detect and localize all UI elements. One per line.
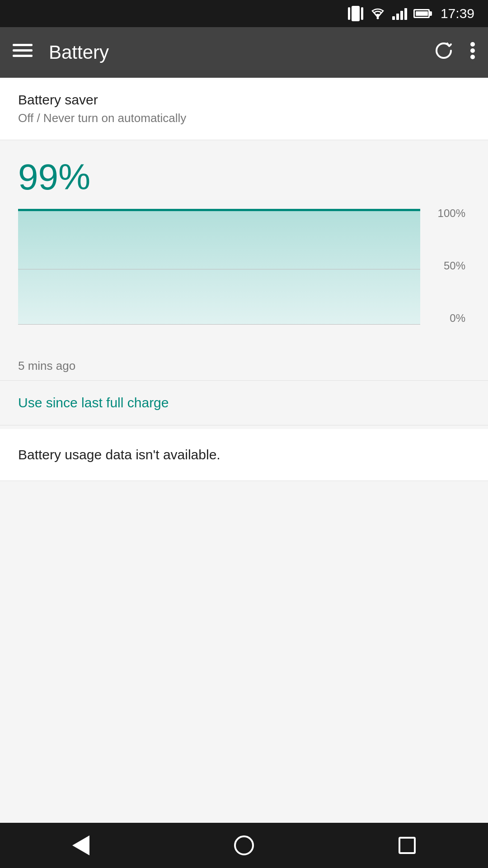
use-since-link[interactable]: Use since last full charge bbox=[18, 395, 169, 410]
svg-point-0 bbox=[376, 17, 379, 19]
more-options-icon[interactable] bbox=[470, 41, 475, 65]
signal-icon bbox=[392, 7, 407, 20]
bottom-divider bbox=[0, 481, 488, 481]
chart-label-100: 100% bbox=[429, 207, 465, 220]
battery-saver-section[interactable]: Battery saver Off / Never turn on automa… bbox=[0, 78, 488, 140]
use-since-section[interactable]: Use since last full charge bbox=[0, 381, 488, 425]
battery-status-icon bbox=[413, 9, 430, 18]
recents-button[interactable] bbox=[399, 837, 416, 854]
svg-point-5 bbox=[470, 48, 475, 53]
chart-fill-area bbox=[18, 209, 420, 325]
section-divider-2 bbox=[0, 425, 488, 425]
svg-point-4 bbox=[470, 42, 475, 47]
back-button[interactable] bbox=[72, 835, 89, 855]
main-content: Battery saver Off / Never turn on automa… bbox=[0, 78, 488, 823]
battery-usage-section: Battery usage data isn't available. bbox=[0, 429, 488, 481]
wifi-icon bbox=[370, 7, 386, 20]
page-title: Battery bbox=[49, 42, 434, 63]
chart-50-line bbox=[18, 269, 420, 269]
chart-y-labels: 100% 50% 0% bbox=[425, 207, 470, 325]
battery-saver-title: Battery saver bbox=[18, 92, 470, 108]
menu-icon[interactable] bbox=[13, 40, 33, 65]
svg-rect-2 bbox=[13, 49, 33, 52]
battery-saver-subtitle: Off / Never turn on automatically bbox=[18, 111, 470, 125]
chart-label-50: 50% bbox=[429, 259, 465, 272]
nav-bar bbox=[0, 823, 488, 868]
battery-usage-text: Battery usage data isn't available. bbox=[18, 447, 221, 462]
battery-percentage-section: 99% bbox=[0, 140, 488, 198]
chart-0-line bbox=[18, 324, 420, 325]
battery-percentage: 99% bbox=[18, 156, 470, 198]
svg-point-6 bbox=[470, 55, 475, 59]
chart-label-0: 0% bbox=[429, 312, 465, 325]
app-bar: Battery bbox=[0, 27, 488, 78]
home-button[interactable] bbox=[234, 835, 254, 855]
battery-chart bbox=[18, 207, 420, 352]
svg-rect-1 bbox=[13, 44, 33, 46]
svg-rect-3 bbox=[13, 55, 33, 57]
chart-time-label: 5 mins ago bbox=[0, 352, 488, 380]
vibrate-icon bbox=[348, 6, 363, 21]
battery-chart-container: 100% 50% 0% bbox=[18, 207, 470, 352]
status-time: 17:39 bbox=[441, 6, 474, 21]
refresh-icon[interactable] bbox=[434, 41, 454, 65]
status-bar: 17:39 bbox=[0, 0, 488, 27]
app-bar-actions bbox=[434, 41, 475, 65]
